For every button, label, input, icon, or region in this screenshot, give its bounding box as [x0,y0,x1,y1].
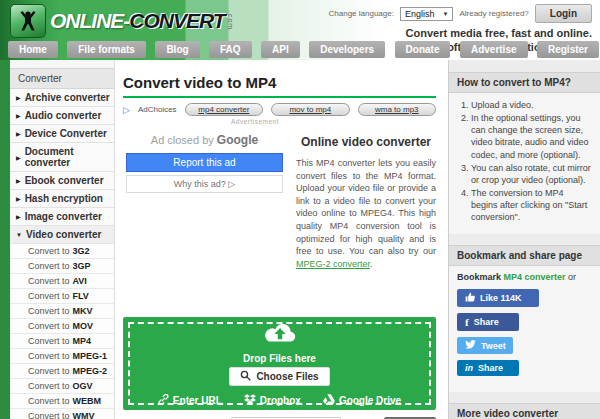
page-body: Converter ▶ Archive converter ▶ Audio co… [0,60,600,419]
login-button[interactable]: Login [535,4,592,23]
ad-link-mov-to-mp4[interactable]: mov to mp4 [271,103,349,116]
adchoices-icon: ▷ [123,105,130,115]
converter-sidebar: Converter ▶ Archive converter ▶ Audio co… [10,60,115,419]
adchoices-row: ▷ AdChoices mp4 converter mov to mp4 wma… [123,102,436,117]
already-registered-link[interactable]: Already registered? [459,9,528,18]
search-icon [240,370,251,383]
dropzone-dashed-area: Drop Files here Choose Files Enter URL [128,322,431,405]
file-dropzone[interactable]: Drop Files here Choose Files Enter URL [123,317,436,410]
ad-slot: Ad closed by Google Report this ad Why t… [123,131,286,270]
sidebar-subitem-convert-to-mkv[interactable]: Convert toMKV [10,304,114,319]
sidebar-subitem-convert-to-mpeg-1[interactable]: Convert toMPEG-1 [10,349,114,364]
howto-step: You can also rotate, cut mirror or crop … [471,162,592,186]
sidebar-item-label: Video converter [26,229,101,240]
like-label: Like 114K [480,293,522,303]
twitter-icon [465,340,476,351]
nav-home[interactable]: Home [8,41,58,58]
subitem-format: WMV [73,411,95,419]
sidebar-subitem-convert-to-mov[interactable]: Convert toMOV [10,319,114,334]
subitem-prefix: Convert to [28,336,70,346]
linkedin-share-button[interactable]: in Share [457,360,519,376]
tweet-button[interactable]: Tweet [457,337,513,354]
sidebar-item-video-converter[interactable]: ▼ Video converter [10,226,114,244]
language-select[interactable]: English ▼ [400,7,453,21]
sidebar-item-label: Device Converter [25,128,107,139]
subitem-prefix: Convert to [28,381,70,391]
howto-step: Upload a video. [471,99,592,111]
chevron-right-icon: ▶ [16,195,21,202]
chevron-right-icon: ▶ [16,154,21,161]
subitem-format: MPEG-1 [73,351,108,361]
sidebar-item-ebook-converter[interactable]: ▶ Ebook converter [10,172,114,190]
linkedin-icon: in [465,363,473,373]
choose-files-button[interactable]: Choose Files [229,367,329,386]
nav-donate[interactable]: Donate [395,41,451,58]
subitem-prefix: Convert to [28,321,70,331]
google-logo-text: Google [217,133,258,147]
adchoices-label[interactable]: AdChoices [138,105,177,114]
nav-blog[interactable]: Blog [155,41,199,58]
nav-developers[interactable]: Developers [309,41,385,58]
howto-title: How to convert to MP4? [449,72,600,93]
sidebar-subitem-convert-to-3g2[interactable]: Convert to3G2 [10,244,114,259]
nav-register[interactable]: Register [537,41,599,58]
google-drive-button[interactable]: Google Drive [323,394,401,407]
logo-figure-icon [10,4,46,38]
advertisement-label: Advertisement [215,118,295,125]
facebook-like-button[interactable]: Like 114K [457,289,539,307]
sidebar-subitem-convert-to-wmv[interactable]: Convert toWMV [10,409,114,419]
report-ad-button[interactable]: Report this ad [126,153,283,172]
why-this-ad-button[interactable]: Why this ad? ▷ [126,175,283,193]
sidebar-subitem-convert-to-mpeg-2[interactable]: Convert toMPEG-2 [10,364,114,379]
sidebar-item-hash-encryption[interactable]: ▶ Hash encryption [10,190,114,208]
left-accent-strip [0,60,10,419]
sidebar-subitem-convert-to-flv[interactable]: Convert toFLV [10,289,114,304]
share-section: Bookmark and share page Bookmark MP4 con… [449,245,600,392]
article-text-end: . [370,259,373,269]
bookmark-mp4-converter-link[interactable]: MP4 converter [504,272,566,282]
subitem-format: 3G2 [73,246,90,256]
sidebar-item-label: Archive converter [25,92,110,103]
sidebar-subitem-convert-to-webm[interactable]: Convert toWEBM [10,394,114,409]
sidebar-item-archive-converter[interactable]: ▶ Archive converter [10,89,114,107]
sidebar-subitem-convert-to-mp4[interactable]: Convert toMP4 [10,334,114,349]
article-body: This MP4 converter lets you easily conve… [296,157,436,270]
subitem-format: MP4 [73,336,92,346]
sidebar-subitem-convert-to-ogv[interactable]: Convert toOGV [10,379,114,394]
sidebar-subitem-convert-to-3gp[interactable]: Convert to3GP [10,259,114,274]
nav-faq[interactable]: FAQ [209,41,252,58]
ad-closed-prefix: Ad closed by [151,134,217,146]
bookmark-prefix: Bookmark [457,272,504,282]
chevron-right-icon: ▶ [16,130,21,137]
subitem-format: 3GP [73,261,91,271]
chevron-right-icon: ▶ [16,94,21,101]
article-title: Online video converter [296,135,436,149]
nav-api[interactable]: API [261,41,300,58]
more-converters-section: More video converter 3G2 video converter… [449,403,600,419]
share-title: Bookmark and share page [449,245,600,266]
facebook-share-button[interactable]: f Share [457,313,519,331]
nav-advertise[interactable]: Advertise [460,41,528,58]
choose-files-label: Choose Files [256,371,318,382]
ad-link-mp4-converter[interactable]: mp4 converter [185,103,263,116]
site-logo[interactable]: ONLINE- CONVERT .com [10,4,234,38]
sidebar-item-audio-converter[interactable]: ▶ Audio converter [10,107,114,125]
sidebar-subitem-convert-to-avi[interactable]: Convert toAVI [10,274,114,289]
main-navigation: Home File formats Blog FAQ API Developer… [0,39,600,58]
sidebar-item-device-converter[interactable]: ▶ Device Converter [10,125,114,143]
dropbox-button[interactable]: Dropbox [244,394,301,407]
subitem-format: WEBM [73,396,102,406]
mpeg2-converter-link[interactable]: MPEG-2 converter [296,259,370,269]
cloud-upload-icon [262,321,298,350]
sidebar-item-label: Audio converter [25,110,102,121]
google-drive-icon [323,394,335,407]
ad-link-wma-to-mp3[interactable]: wma to mp3 [358,103,436,116]
sidebar-item-image-converter[interactable]: ▶ Image converter [10,208,114,226]
article-text: This MP4 converter lets you easily conve… [296,158,436,256]
chevron-right-icon: ▶ [16,213,21,220]
linkedin-share-label: Share [478,363,503,373]
nav-file-formats[interactable]: File formats [67,41,146,58]
enter-url-button[interactable]: Enter URL [158,394,222,407]
sidebar-item-document-converter[interactable]: ▶ Document converter [10,143,114,172]
bookmark-suffix: or [566,272,577,282]
